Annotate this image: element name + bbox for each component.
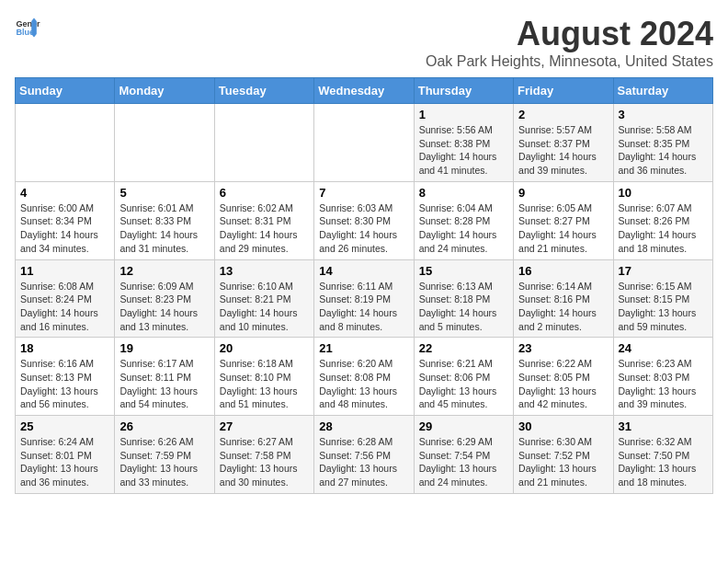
cell-content: Sunrise: 5:58 AM Sunset: 8:35 PM Dayligh… (619, 123, 708, 178)
day-header-friday: Friday (514, 78, 613, 104)
daylight-text: Daylight: 13 hours and 27 minutes. (319, 463, 397, 488)
calendar-week-row: 18 Sunrise: 6:16 AM Sunset: 8:13 PM Dayl… (16, 338, 713, 416)
sunset-text: Sunset: 8:38 PM (419, 138, 491, 149)
daylight-text: Daylight: 13 hours and 39 minutes. (619, 385, 697, 410)
cell-content: Sunrise: 6:29 AM Sunset: 7:54 PM Dayligh… (419, 435, 508, 489)
sunset-text: Sunset: 8:18 PM (419, 293, 491, 304)
cell-content: Sunrise: 6:32 AM Sunset: 7:50 PM Dayligh… (619, 435, 708, 489)
cell-content: Sunrise: 6:22 AM Sunset: 8:05 PM Dayligh… (518, 357, 608, 411)
day-number: 7 (319, 186, 408, 200)
daylight-text: Daylight: 14 hours and 13 minutes. (119, 307, 198, 332)
calendar-cell: 15 Sunrise: 6:13 AM Sunset: 8:18 PM Dayl… (414, 259, 513, 338)
sunrise-text: Sunrise: 6:02 AM (220, 202, 293, 213)
sunrise-text: Sunrise: 6:03 AM (319, 202, 392, 213)
sunset-text: Sunset: 8:06 PM (419, 372, 491, 383)
sunrise-text: Sunrise: 6:32 AM (619, 436, 692, 447)
calendar-cell: 21 Sunrise: 6:20 AM Sunset: 8:08 PM Dayl… (314, 338, 414, 416)
sunset-text: Sunset: 8:23 PM (119, 293, 191, 304)
cell-content: Sunrise: 6:21 AM Sunset: 8:06 PM Dayligh… (419, 357, 508, 411)
sunrise-text: Sunrise: 6:07 AM (619, 202, 692, 213)
logo-icon: General Blue (15, 15, 40, 40)
daylight-text: Daylight: 13 hours and 59 minutes. (619, 307, 697, 332)
daylight-text: Daylight: 14 hours and 24 minutes. (419, 229, 497, 254)
sunrise-text: Sunrise: 6:27 AM (220, 436, 293, 447)
sunrise-text: Sunrise: 6:09 AM (119, 281, 193, 292)
cell-content: Sunrise: 6:16 AM Sunset: 8:13 PM Dayligh… (20, 357, 109, 411)
calendar-cell (16, 104, 115, 182)
calendar-cell: 20 Sunrise: 6:18 AM Sunset: 8:10 PM Dayl… (214, 338, 313, 416)
daylight-text: Daylight: 14 hours and 2 minutes. (518, 307, 597, 332)
calendar-cell: 6 Sunrise: 6:02 AM Sunset: 8:31 PM Dayli… (214, 181, 313, 259)
cell-content: Sunrise: 6:23 AM Sunset: 8:03 PM Dayligh… (619, 357, 708, 411)
sunrise-text: Sunrise: 6:24 AM (20, 436, 94, 447)
daylight-text: Daylight: 14 hours and 41 minutes. (419, 151, 497, 176)
calendar-cell: 9 Sunrise: 6:05 AM Sunset: 8:27 PM Dayli… (514, 181, 613, 259)
sunset-text: Sunset: 8:31 PM (220, 215, 291, 226)
sunset-text: Sunset: 8:37 PM (518, 138, 590, 149)
sunset-text: Sunset: 8:03 PM (619, 372, 690, 383)
sunrise-text: Sunrise: 5:56 AM (419, 124, 493, 135)
day-number: 25 (20, 419, 109, 433)
daylight-text: Daylight: 14 hours and 26 minutes. (319, 229, 397, 254)
day-number: 26 (119, 419, 209, 433)
calendar-cell: 2 Sunrise: 5:57 AM Sunset: 8:37 PM Dayli… (514, 104, 613, 182)
calendar-cell: 26 Sunrise: 6:26 AM Sunset: 7:59 PM Dayl… (115, 416, 214, 494)
day-number: 9 (518, 186, 608, 200)
day-header-tuesday: Tuesday (214, 78, 313, 104)
sunset-text: Sunset: 8:15 PM (619, 293, 690, 304)
calendar-cell: 11 Sunrise: 6:08 AM Sunset: 8:24 PM Dayl… (16, 259, 115, 338)
calendar-cell: 13 Sunrise: 6:10 AM Sunset: 8:21 PM Dayl… (214, 259, 313, 338)
sunrise-text: Sunrise: 6:05 AM (518, 202, 592, 213)
sunset-text: Sunset: 7:59 PM (119, 450, 191, 461)
calendar-week-row: 4 Sunrise: 6:00 AM Sunset: 8:34 PM Dayli… (16, 181, 713, 259)
calendar-cell (115, 104, 214, 182)
calendar-cell: 24 Sunrise: 6:23 AM Sunset: 8:03 PM Dayl… (613, 338, 712, 416)
svg-text:Blue: Blue (16, 28, 34, 37)
calendar-cell: 5 Sunrise: 6:01 AM Sunset: 8:33 PM Dayli… (115, 181, 214, 259)
sunset-text: Sunset: 8:21 PM (220, 293, 291, 304)
sunrise-text: Sunrise: 6:21 AM (419, 358, 493, 369)
cell-content: Sunrise: 6:24 AM Sunset: 8:01 PM Dayligh… (20, 435, 109, 489)
svg-text:General: General (16, 19, 40, 29)
calendar-week-row: 25 Sunrise: 6:24 AM Sunset: 8:01 PM Dayl… (16, 416, 713, 494)
sunset-text: Sunset: 8:10 PM (220, 372, 291, 383)
daylight-text: Daylight: 13 hours and 45 minutes. (419, 385, 497, 410)
day-number: 8 (419, 186, 508, 200)
sunset-text: Sunset: 8:01 PM (20, 450, 92, 461)
day-number: 16 (518, 264, 608, 278)
day-header-monday: Monday (115, 78, 214, 104)
daylight-text: Daylight: 14 hours and 31 minutes. (119, 229, 198, 254)
calendar-cell: 23 Sunrise: 6:22 AM Sunset: 8:05 PM Dayl… (514, 338, 613, 416)
calendar-cell (314, 104, 414, 182)
day-number: 11 (20, 264, 109, 278)
sunrise-text: Sunrise: 6:11 AM (319, 281, 392, 292)
sunset-text: Sunset: 8:28 PM (419, 215, 491, 226)
sunrise-text: Sunrise: 6:04 AM (419, 202, 493, 213)
day-number: 18 (20, 341, 109, 355)
cell-content: Sunrise: 6:03 AM Sunset: 8:30 PM Dayligh… (319, 201, 408, 256)
sunrise-text: Sunrise: 6:00 AM (20, 202, 94, 213)
sunrise-text: Sunrise: 6:30 AM (518, 436, 592, 447)
calendar-cell: 31 Sunrise: 6:32 AM Sunset: 7:50 PM Dayl… (613, 416, 712, 494)
day-header-wednesday: Wednesday (314, 78, 414, 104)
sunrise-text: Sunrise: 6:16 AM (20, 358, 94, 369)
cell-content: Sunrise: 5:56 AM Sunset: 8:38 PM Dayligh… (419, 123, 508, 178)
sunset-text: Sunset: 8:33 PM (119, 215, 191, 226)
day-number: 27 (220, 419, 309, 433)
day-number: 13 (220, 264, 309, 278)
calendar-table: SundayMondayTuesdayWednesdayThursdayFrid… (15, 77, 713, 494)
sunset-text: Sunset: 7:54 PM (419, 450, 491, 461)
cell-content: Sunrise: 6:10 AM Sunset: 8:21 PM Dayligh… (220, 280, 309, 334)
calendar-week-row: 1 Sunrise: 5:56 AM Sunset: 8:38 PM Dayli… (16, 104, 713, 182)
sunset-text: Sunset: 8:24 PM (20, 293, 92, 304)
daylight-text: Daylight: 13 hours and 42 minutes. (518, 385, 597, 410)
calendar-cell: 10 Sunrise: 6:07 AM Sunset: 8:26 PM Dayl… (613, 181, 712, 259)
cell-content: Sunrise: 6:07 AM Sunset: 8:26 PM Dayligh… (619, 201, 708, 256)
cell-content: Sunrise: 6:28 AM Sunset: 7:56 PM Dayligh… (319, 435, 408, 489)
sunset-text: Sunset: 8:13 PM (20, 372, 92, 383)
sunrise-text: Sunrise: 6:14 AM (518, 281, 592, 292)
cell-content: Sunrise: 6:27 AM Sunset: 7:58 PM Dayligh… (220, 435, 309, 489)
sunset-text: Sunset: 8:08 PM (319, 372, 391, 383)
calendar-cell: 3 Sunrise: 5:58 AM Sunset: 8:35 PM Dayli… (613, 104, 712, 182)
day-number: 21 (319, 341, 408, 355)
